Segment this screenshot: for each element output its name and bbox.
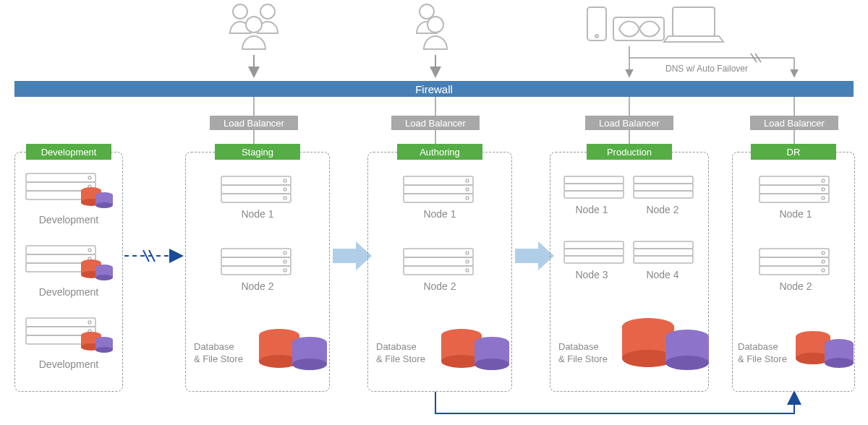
- svg-rect-124: [760, 249, 829, 257]
- production-node1: Node 1: [557, 204, 626, 215]
- svg-point-73: [284, 252, 286, 254]
- svg-point-4: [420, 4, 434, 19]
- production-node3: Node 3: [557, 269, 626, 280]
- svg-point-91: [466, 252, 469, 254]
- svg-rect-66: [221, 194, 291, 202]
- env-title-dr: DR: [751, 144, 836, 160]
- env-title-development: Development: [26, 144, 111, 160]
- svg-point-86: [466, 188, 469, 191]
- staging-server-icons: [217, 173, 298, 318]
- svg-point-85: [466, 179, 469, 182]
- dev-label-1: Development: [14, 214, 123, 226]
- svg-point-2: [246, 17, 262, 33]
- svg-rect-125: [760, 257, 829, 266]
- svg-rect-104: [634, 184, 693, 191]
- svg-rect-105: [634, 191, 693, 198]
- svg-rect-84: [404, 194, 473, 202]
- svg-point-121: [822, 179, 825, 182]
- svg-rect-102: [564, 191, 624, 198]
- svg-rect-90: [404, 266, 473, 275]
- svg-point-135: [825, 358, 854, 368]
- svg-point-31: [88, 176, 91, 179]
- svg-point-117: [665, 356, 709, 370]
- load-balancer-authoring: Load Balancer: [391, 116, 480, 130]
- svg-point-5: [427, 17, 443, 33]
- load-balancer-production: Load Balancer: [585, 116, 673, 130]
- authoring-db-icon: [437, 328, 512, 379]
- svg-rect-107: [564, 249, 624, 256]
- svg-point-87: [466, 197, 469, 199]
- svg-point-127: [822, 252, 825, 254]
- svg-rect-119: [760, 185, 829, 194]
- svg-rect-108: [564, 256, 624, 263]
- svg-point-55: [88, 321, 91, 324]
- authoring-db-label: Database& File Store: [376, 341, 425, 366]
- svg-rect-118: [760, 176, 829, 185]
- dns-label: DNS w/ Auto Failover: [665, 64, 748, 74]
- staging-node1: Node 1: [200, 208, 315, 220]
- dev-label-3: Development: [14, 359, 123, 370]
- svg-rect-82: [404, 176, 473, 185]
- svg-rect-106: [564, 241, 624, 249]
- svg-rect-83: [404, 185, 473, 194]
- svg-rect-72: [221, 266, 291, 275]
- svg-line-16: [755, 53, 761, 62]
- production-server-icons: [561, 173, 706, 318]
- dr-node2: Node 2: [738, 280, 854, 292]
- svg-point-99: [475, 359, 509, 370]
- svg-point-39: [95, 202, 113, 208]
- dev-server-icons: [22, 171, 116, 387]
- svg-rect-7: [587, 7, 606, 40]
- firewall-bar: Firewall: [14, 81, 854, 97]
- flow-arrow-staging-authoring: [333, 241, 372, 270]
- svg-rect-9: [613, 17, 664, 40]
- flow-arrow-authoring-production: [515, 241, 554, 270]
- svg-point-74: [284, 260, 286, 263]
- svg-rect-71: [221, 257, 291, 266]
- svg-point-92: [466, 260, 469, 263]
- svg-point-128: [822, 260, 825, 263]
- svg-rect-100: [564, 176, 624, 184]
- svg-rect-103: [634, 176, 693, 184]
- svg-point-51: [95, 275, 113, 280]
- dr-db-label: Database& File Store: [738, 341, 787, 366]
- svg-point-63: [95, 347, 113, 353]
- svg-point-81: [292, 359, 327, 370]
- production-db-icon: [619, 317, 712, 377]
- env-title-staging: Staging: [215, 144, 300, 160]
- svg-point-0: [233, 4, 247, 19]
- env-title-authoring: Authoring: [397, 144, 482, 160]
- users-icon: [417, 4, 447, 49]
- svg-rect-65: [221, 185, 291, 194]
- authoring-node1: Node 1: [382, 208, 498, 220]
- svg-rect-64: [221, 176, 291, 185]
- production-node4: Node 4: [628, 269, 697, 280]
- svg-point-129: [822, 269, 825, 272]
- svg-rect-52: [26, 318, 95, 327]
- svg-rect-10: [673, 7, 715, 36]
- svg-point-43: [88, 249, 91, 252]
- dev-label-2: Development: [14, 286, 123, 298]
- svg-rect-40: [26, 246, 95, 254]
- svg-rect-126: [760, 266, 829, 275]
- svg-rect-110: [634, 249, 693, 256]
- svg-rect-89: [404, 257, 473, 266]
- svg-rect-109: [634, 241, 693, 249]
- dr-node1: Node 1: [738, 208, 854, 220]
- svg-point-69: [284, 197, 286, 199]
- production-node2: Node 2: [628, 204, 697, 215]
- staging-node2: Node 2: [200, 280, 315, 292]
- svg-point-68: [284, 188, 286, 191]
- svg-line-26: [143, 250, 149, 262]
- svg-rect-101: [564, 184, 624, 191]
- svg-rect-88: [404, 249, 473, 257]
- authoring-server-icons: [399, 173, 480, 318]
- load-balancer-dr: Load Balancer: [750, 116, 838, 130]
- svg-point-122: [822, 188, 825, 191]
- staging-db-icon: [255, 328, 330, 379]
- production-db-label: Database& File Store: [558, 341, 608, 366]
- svg-point-1: [260, 4, 275, 19]
- flow-arrow-authoring-dr: [435, 392, 794, 413]
- svg-rect-111: [634, 256, 693, 263]
- svg-point-67: [284, 179, 286, 182]
